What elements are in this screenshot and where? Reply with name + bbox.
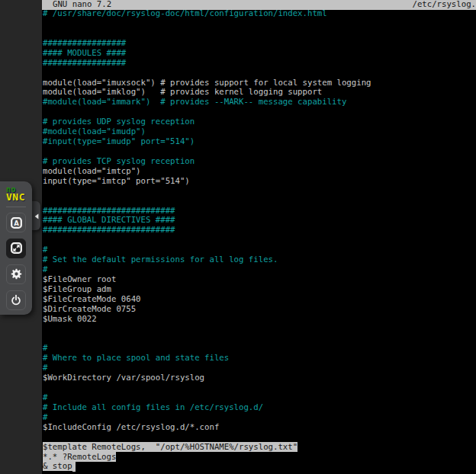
novnc-logo: no VNC	[6, 186, 25, 202]
terminal-line: # /usr/share/doc/rsyslog-doc/html/config…	[43, 9, 476, 19]
terminal-line: $IncludeConfig /etc/rsyslog.d/*.conf	[43, 423, 476, 433]
terminal-line: # Set the default permissions for all lo…	[43, 255, 476, 265]
novnc-control-bar: no VNC A	[0, 181, 32, 315]
selected-text: $template RemoteLogs, "/opt/%HOSTNAME%/r…	[43, 442, 298, 452]
terminal-line: # Where to place spool and state files	[43, 354, 476, 364]
terminal-line: #################	[43, 59, 476, 69]
sidebar-strip: no VNC A	[0, 0, 42, 474]
config-text: # /usr/share/doc/rsyslog-doc/html/config…	[43, 8, 327, 18]
terminal-line: $WorkDirectory /var/spool/rsyslog	[43, 373, 476, 383]
terminal-line: *.* ?RemoteLogs	[43, 453, 476, 463]
config-text: ###########################	[43, 225, 175, 235]
terminal-line: $Umask 0022	[43, 315, 476, 325]
terminal-line: & stop	[43, 462, 476, 472]
novnc-logo-vnc: VNC	[6, 192, 25, 202]
config-text: #################	[43, 38, 126, 48]
extra-keys-button[interactable]: A	[6, 213, 26, 232]
collapse-left-arrow-icon	[34, 213, 39, 219]
config-text: $WorkDirectory /var/spool/rsyslog	[43, 373, 204, 383]
terminal-line: #input(type="imudp" port="514")	[43, 137, 476, 147]
fullscreen-expand-icon	[11, 242, 22, 254]
config-text: module(load="imtcp")	[43, 166, 141, 176]
terminal-line: $template RemoteLogs, "/opt/%HOSTNAME%/r…	[43, 443, 476, 453]
config-text: input(type="imtcp" port="514")	[43, 176, 190, 186]
config-text: #### GLOBAL DIRECTIVES ####	[43, 215, 175, 225]
terminal-line: #module(load="immark") # provides --MARK…	[43, 98, 476, 107]
keyboard-a-icon: A	[11, 217, 22, 229]
selected-text: & stop	[43, 461, 72, 471]
selected-text: *.* ?RemoteLogs	[43, 452, 116, 462]
novnc-screen: no VNC A	[0, 0, 476, 474]
terminal[interactable]: GNU nano 7.2 /etc/rsyslog. # /usr/share/…	[42, 0, 476, 474]
terminal-line: ###########################	[43, 226, 476, 235]
config-text: #### MODULES ####	[43, 48, 126, 58]
config-text: $IncludeConfig /etc/rsyslog.d/*.conf	[43, 422, 219, 432]
config-text: # Where to place spool and state files	[43, 353, 229, 363]
settings-button[interactable]	[6, 264, 26, 284]
config-text: module(load="imuxsock") # provides suppo…	[43, 78, 371, 88]
control-bar-divider	[6, 207, 26, 207]
editor-content: # /usr/share/doc/rsyslog-doc/html/config…	[43, 0, 476, 474]
config-text: # provides UDP syslog reception	[43, 117, 195, 127]
config-text: $FileOwner root	[43, 274, 116, 284]
terminal-line: input(type="imtcp" port="514")	[43, 177, 476, 187]
config-text: #	[43, 363, 47, 373]
config-text: module(load="imklog") # provides kernel …	[43, 87, 322, 97]
config-text: #################	[43, 58, 126, 68]
config-text: # Include all config files in /etc/rsysl…	[43, 402, 263, 412]
terminal-line: $DirCreateMode 0755	[43, 305, 476, 315]
config-text: #	[43, 343, 47, 353]
svg-text:A: A	[14, 219, 19, 226]
config-text: ###########################	[43, 206, 175, 216]
config-text: $Umask 0022	[43, 314, 97, 324]
terminal-cursor	[72, 462, 76, 472]
config-text: #input(type="imudp" port="514")	[43, 136, 195, 146]
config-text: $DirCreateMode 0755	[43, 304, 136, 314]
config-text: # provides TCP syslog reception	[43, 156, 195, 166]
config-text: #	[43, 264, 47, 274]
gear-icon	[11, 268, 22, 280]
config-text: #module(load="immark") # provides --MARK…	[43, 97, 346, 107]
config-text: #	[43, 245, 47, 255]
fullscreen-button[interactable]	[6, 239, 26, 258]
config-text: $FileCreateMode 0640	[43, 294, 141, 304]
power-button[interactable]	[6, 290, 26, 310]
power-icon	[10, 294, 22, 306]
config-text: #	[43, 392, 47, 402]
config-text: $FileGroup adm	[43, 284, 111, 294]
config-text: # Set the default permissions for all lo…	[43, 255, 278, 264]
config-text: #module(load="imudp")	[43, 127, 146, 136]
terminal-line: # Include all config files in /etc/rsysl…	[43, 403, 476, 413]
config-text: #	[43, 412, 47, 422]
